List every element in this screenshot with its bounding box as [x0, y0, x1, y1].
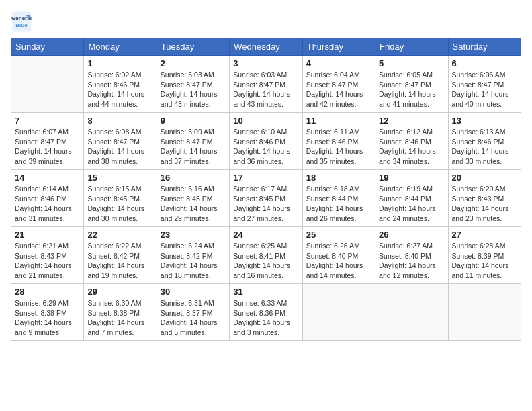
day-number: 18 [306, 173, 371, 183]
calendar-cell: 23Sunrise: 6:24 AMSunset: 8:42 PMDayligh… [157, 227, 229, 284]
week-row-1: 1Sunrise: 6:02 AMSunset: 8:46 PMDaylight… [11, 56, 521, 113]
col-header-saturday: Saturday [448, 38, 521, 56]
day-number: 24 [233, 230, 298, 240]
day-info: Sunrise: 6:04 AMSunset: 8:47 PMDaylight:… [306, 70, 371, 109]
calendar-cell: 30Sunrise: 6:31 AMSunset: 8:37 PMDayligh… [157, 284, 229, 341]
day-number: 15 [87, 173, 152, 183]
day-info: Sunrise: 6:16 AMSunset: 8:45 PMDaylight:… [161, 184, 226, 224]
day-info: Sunrise: 6:20 AMSunset: 8:43 PMDaylight:… [452, 184, 517, 224]
day-info: Sunrise: 6:14 AMSunset: 8:46 PMDaylight:… [15, 184, 80, 224]
day-number: 31 [233, 287, 298, 297]
calendar-cell: 29Sunrise: 6:30 AMSunset: 8:38 PMDayligh… [84, 284, 157, 341]
calendar-cell: 14Sunrise: 6:14 AMSunset: 8:46 PMDayligh… [11, 170, 84, 227]
logo-icon: General Blue [11, 11, 32, 32]
svg-text:Blue: Blue [15, 22, 28, 28]
day-number: 7 [15, 116, 80, 126]
calendar-cell [375, 284, 448, 341]
logo: General Blue [11, 11, 32, 32]
calendar: SundayMondayTuesdayWednesdayThursdayFrid… [11, 38, 521, 341]
calendar-cell: 1Sunrise: 6:02 AMSunset: 8:46 PMDaylight… [84, 56, 157, 113]
calendar-cell: 2Sunrise: 6:03 AMSunset: 8:47 PMDaylight… [157, 56, 229, 113]
day-number: 16 [161, 173, 226, 183]
calendar-cell [448, 284, 521, 341]
day-info: Sunrise: 6:03 AMSunset: 8:47 PMDaylight:… [233, 70, 298, 109]
calendar-cell: 21Sunrise: 6:21 AMSunset: 8:43 PMDayligh… [11, 227, 84, 284]
day-number: 25 [306, 230, 371, 240]
day-info: Sunrise: 6:27 AMSunset: 8:40 PMDaylight:… [379, 241, 444, 281]
week-row-4: 21Sunrise: 6:21 AMSunset: 8:43 PMDayligh… [11, 227, 521, 284]
col-header-thursday: Thursday [302, 38, 375, 56]
day-number: 6 [452, 58, 517, 68]
col-header-wednesday: Wednesday [230, 38, 302, 56]
day-number: 27 [452, 230, 517, 240]
day-number: 5 [379, 58, 444, 68]
calendar-cell [302, 284, 375, 341]
day-info: Sunrise: 6:33 AMSunset: 8:36 PMDaylight:… [233, 298, 298, 338]
day-info: Sunrise: 6:30 AMSunset: 8:38 PMDaylight:… [87, 298, 152, 338]
week-row-3: 14Sunrise: 6:14 AMSunset: 8:46 PMDayligh… [11, 170, 521, 227]
calendar-cell: 27Sunrise: 6:28 AMSunset: 8:39 PMDayligh… [448, 227, 521, 284]
calendar-cell: 15Sunrise: 6:15 AMSunset: 8:45 PMDayligh… [84, 170, 157, 227]
day-info: Sunrise: 6:28 AMSunset: 8:39 PMDaylight:… [452, 241, 517, 281]
calendar-cell: 16Sunrise: 6:16 AMSunset: 8:45 PMDayligh… [157, 170, 229, 227]
calendar-cell: 9Sunrise: 6:09 AMSunset: 8:47 PMDaylight… [157, 113, 229, 170]
calendar-cell: 24Sunrise: 6:25 AMSunset: 8:41 PMDayligh… [230, 227, 302, 284]
day-number: 9 [161, 116, 226, 126]
day-info: Sunrise: 6:22 AMSunset: 8:42 PMDaylight:… [87, 241, 152, 281]
day-info: Sunrise: 6:21 AMSunset: 8:43 PMDaylight:… [15, 241, 80, 281]
day-info: Sunrise: 6:11 AMSunset: 8:46 PMDaylight:… [306, 127, 371, 167]
day-info: Sunrise: 6:25 AMSunset: 8:41 PMDaylight:… [233, 241, 298, 281]
day-number: 28 [15, 287, 80, 297]
day-number: 17 [233, 173, 298, 183]
calendar-cell: 17Sunrise: 6:17 AMSunset: 8:45 PMDayligh… [230, 170, 302, 227]
calendar-cell: 7Sunrise: 6:07 AMSunset: 8:47 PMDaylight… [11, 113, 84, 170]
day-info: Sunrise: 6:10 AMSunset: 8:46 PMDaylight:… [233, 127, 298, 167]
day-number: 8 [87, 116, 152, 126]
calendar-cell: 31Sunrise: 6:33 AMSunset: 8:36 PMDayligh… [230, 284, 302, 341]
day-info: Sunrise: 6:02 AMSunset: 8:46 PMDaylight:… [87, 70, 152, 109]
calendar-cell: 13Sunrise: 6:13 AMSunset: 8:46 PMDayligh… [448, 113, 521, 170]
calendar-cell: 22Sunrise: 6:22 AMSunset: 8:42 PMDayligh… [84, 227, 157, 284]
day-number: 21 [15, 230, 80, 240]
calendar-cell [11, 56, 84, 113]
calendar-cell: 11Sunrise: 6:11 AMSunset: 8:46 PMDayligh… [302, 113, 375, 170]
day-info: Sunrise: 6:31 AMSunset: 8:37 PMDaylight:… [161, 298, 226, 338]
day-info: Sunrise: 6:13 AMSunset: 8:46 PMDaylight:… [452, 127, 517, 167]
calendar-cell: 10Sunrise: 6:10 AMSunset: 8:46 PMDayligh… [230, 113, 302, 170]
calendar-cell: 19Sunrise: 6:19 AMSunset: 8:44 PMDayligh… [375, 170, 448, 227]
col-header-tuesday: Tuesday [157, 38, 229, 56]
day-number: 30 [161, 287, 226, 297]
day-info: Sunrise: 6:29 AMSunset: 8:38 PMDaylight:… [15, 298, 80, 338]
day-info: Sunrise: 6:03 AMSunset: 8:47 PMDaylight:… [161, 70, 226, 109]
day-info: Sunrise: 6:18 AMSunset: 8:44 PMDaylight:… [306, 184, 371, 224]
day-info: Sunrise: 6:24 AMSunset: 8:42 PMDaylight:… [161, 241, 226, 281]
col-header-friday: Friday [375, 38, 448, 56]
day-info: Sunrise: 6:05 AMSunset: 8:47 PMDaylight:… [379, 70, 444, 109]
page-header: General Blue [11, 11, 521, 32]
calendar-cell: 25Sunrise: 6:26 AMSunset: 8:40 PMDayligh… [302, 227, 375, 284]
week-row-5: 28Sunrise: 6:29 AMSunset: 8:38 PMDayligh… [11, 284, 521, 341]
calendar-cell: 18Sunrise: 6:18 AMSunset: 8:44 PMDayligh… [302, 170, 375, 227]
day-info: Sunrise: 6:17 AMSunset: 8:45 PMDaylight:… [233, 184, 298, 224]
col-header-sunday: Sunday [11, 38, 84, 56]
day-number: 29 [87, 287, 152, 297]
day-info: Sunrise: 6:08 AMSunset: 8:47 PMDaylight:… [87, 127, 152, 167]
day-number: 13 [452, 116, 517, 126]
day-number: 19 [379, 173, 444, 183]
calendar-cell: 3Sunrise: 6:03 AMSunset: 8:47 PMDaylight… [230, 56, 302, 113]
calendar-header-row: SundayMondayTuesdayWednesdayThursdayFrid… [11, 38, 521, 56]
calendar-cell: 20Sunrise: 6:20 AMSunset: 8:43 PMDayligh… [448, 170, 521, 227]
week-row-2: 7Sunrise: 6:07 AMSunset: 8:47 PMDaylight… [11, 113, 521, 170]
day-number: 14 [15, 173, 80, 183]
day-number: 11 [306, 116, 371, 126]
day-number: 20 [452, 173, 517, 183]
day-number: 12 [379, 116, 444, 126]
day-number: 26 [379, 230, 444, 240]
calendar-cell: 8Sunrise: 6:08 AMSunset: 8:47 PMDaylight… [84, 113, 157, 170]
day-info: Sunrise: 6:09 AMSunset: 8:47 PMDaylight:… [161, 127, 226, 167]
day-number: 23 [161, 230, 226, 240]
day-number: 2 [161, 58, 226, 68]
calendar-cell: 12Sunrise: 6:12 AMSunset: 8:46 PMDayligh… [375, 113, 448, 170]
calendar-cell: 28Sunrise: 6:29 AMSunset: 8:38 PMDayligh… [11, 284, 84, 341]
day-info: Sunrise: 6:06 AMSunset: 8:47 PMDaylight:… [452, 70, 517, 109]
